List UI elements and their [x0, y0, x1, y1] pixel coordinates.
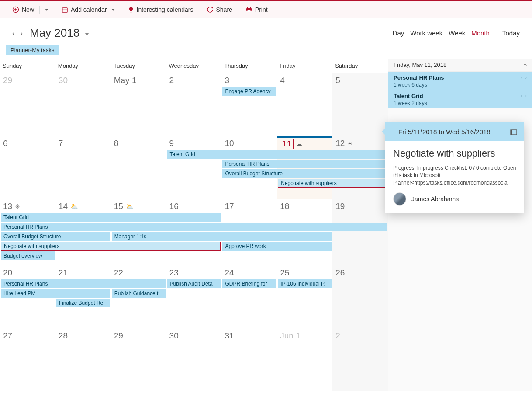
month-title-label: May 2018 — [30, 26, 79, 40]
view-today[interactable]: Today — [502, 29, 520, 37]
calendar-event[interactable]: Talent Grid — [167, 150, 387, 159]
prev-month-button[interactable]: ‹ — [12, 29, 14, 37]
new-button[interactable]: New — [12, 6, 48, 14]
agenda-item[interactable]: Personal HR Plans1 week 6 days‹› — [388, 72, 532, 90]
calendar-event[interactable]: Publish Audit Deta — [167, 279, 221, 288]
print-icon — [245, 7, 252, 13]
calendar-tag[interactable]: Planner-My tasks — [6, 45, 59, 55]
weather-icon: ⛅ — [126, 203, 133, 210]
calendar-event[interactable]: Approve PR work — [222, 242, 332, 251]
day-number: Jun 1 — [280, 331, 300, 341]
collapse-agenda-icon[interactable]: » — [524, 62, 527, 68]
calendar-grid: SundayMondayTuesdayWednesdayThursdayFrid… — [0, 59, 388, 391]
calendar-event[interactable]: Publish Guidance t — [112, 289, 166, 298]
day-number: 5 — [335, 76, 340, 85]
calendar-event[interactable]: Hire Lead PM — [1, 289, 110, 298]
day-number: 16 — [169, 202, 179, 211]
calendar-event[interactable]: Overall Budget Structure — [222, 169, 387, 178]
popup-date-range: Fri 5/11/2018 to Wed 5/16/2018 — [398, 128, 491, 136]
day-number: 10 — [225, 139, 234, 148]
day-number: 30 — [59, 76, 68, 85]
svg-rect-4 — [247, 7, 250, 8]
new-label: New — [22, 6, 34, 13]
day-number: 19 — [335, 202, 345, 211]
open-event-icon[interactable] — [510, 129, 517, 135]
agenda-item[interactable]: Talent Grid1 week 2 days‹› — [388, 90, 532, 108]
dow-header: Friday — [277, 59, 332, 73]
chevron-down-icon — [85, 33, 89, 35]
day-number: 14 — [59, 202, 68, 211]
view-week[interactable]: Week — [449, 29, 465, 37]
calendar-event[interactable]: Personal HR Plans — [1, 223, 387, 231]
agenda-panel: Friday, May 11, 2018 » Personal HR Plans… — [388, 59, 532, 391]
popup-assignee: James Abrahams — [393, 192, 516, 206]
day-number: May 1 — [114, 76, 137, 85]
svg-rect-7 — [511, 130, 512, 135]
calendar-event[interactable]: Personal HR Plans — [1, 279, 166, 288]
calendar-header: ‹ › May 2018 Day Work week Week Month To… — [0, 18, 532, 45]
day-number: 6 — [3, 139, 8, 148]
print-button[interactable]: Print — [245, 6, 268, 13]
day-number: 29 — [3, 76, 12, 85]
agenda-item-nav[interactable]: ‹› — [521, 74, 527, 80]
calendar-event[interactable]: Budget overview — [1, 251, 55, 260]
assignee-name: James Abrahams — [411, 195, 459, 202]
share-button[interactable]: Share — [207, 6, 232, 13]
calendar-event[interactable]: Negotiate with suppliers — [278, 179, 387, 188]
add-calendar-button[interactable]: Add calendar — [62, 6, 115, 13]
day-number: 13 — [3, 202, 12, 211]
day-number: 4 — [280, 76, 285, 85]
agenda-item-nav[interactable]: ‹› — [521, 93, 527, 99]
day-number: 20 — [3, 268, 12, 278]
weather-icon: ☁ — [296, 140, 302, 147]
calendar-event[interactable]: GDPR Briefing for . — [222, 279, 276, 288]
view-day[interactable]: Day — [393, 29, 404, 37]
day-number: 23 — [169, 268, 179, 278]
calendar-icon — [62, 7, 68, 13]
day-number: 28 — [59, 331, 68, 341]
share-icon — [207, 6, 214, 13]
svg-rect-1 — [62, 7, 67, 12]
view-switch: Day Work week Week Month Today — [393, 29, 520, 37]
calendar-event[interactable]: IP-106 Individual P. — [278, 279, 332, 288]
day-number: 25 — [280, 268, 289, 278]
day-number: 7 — [59, 139, 63, 148]
day-number: 18 — [280, 202, 289, 211]
calendar-event[interactable]: Manager 1:1s — [112, 232, 332, 241]
calendar-event[interactable]: Negotiate with suppliers — [1, 242, 221, 251]
popup-title: Negotiate with suppliers — [393, 148, 516, 159]
agenda-item-title: Personal HR Plans — [394, 74, 444, 81]
day-number: 24 — [225, 268, 234, 278]
day-number: 17 — [225, 202, 234, 211]
dow-header: Sunday — [0, 59, 55, 73]
day-number: 11 — [280, 139, 294, 149]
day-number: 21 — [59, 268, 68, 278]
view-workweek[interactable]: Work week — [410, 29, 442, 37]
month-picker[interactable]: May 2018 — [30, 26, 89, 40]
divider — [39, 6, 40, 14]
event-popup: Fri 5/11/2018 to Wed 5/16/2018 Negotiate… — [385, 122, 524, 213]
day-number: 30 — [169, 331, 179, 341]
calendar-event[interactable]: Finalize Budget Re — [56, 299, 110, 307]
day-number: 3 — [225, 76, 229, 85]
weather-icon: ⛅ — [70, 203, 78, 210]
divider — [496, 29, 496, 37]
day-number: 8 — [114, 139, 119, 148]
plus-circle-icon — [12, 6, 19, 13]
day-number: 15 — [114, 202, 123, 211]
day-number: 2 — [169, 76, 174, 85]
print-label: Print — [255, 6, 268, 13]
calendar-event[interactable]: Engage PR Agency — [222, 87, 276, 96]
calendar-event[interactable]: Personal HR Plans — [222, 160, 387, 168]
next-month-button[interactable]: › — [21, 29, 23, 37]
share-label: Share — [216, 6, 232, 13]
interesting-calendars-button[interactable]: Interesting calendars — [128, 6, 193, 13]
popup-pointer — [382, 128, 385, 135]
calendar-event[interactable]: Overall Budget Structure — [1, 232, 110, 241]
dow-header: Thursday — [221, 59, 277, 73]
view-month[interactable]: Month — [471, 29, 490, 37]
svg-rect-2 — [130, 12, 131, 12]
calendar-event[interactable]: Talent Grid — [1, 213, 221, 222]
add-calendar-label: Add calendar — [71, 6, 107, 13]
weather-icon: ☀ — [347, 140, 353, 147]
